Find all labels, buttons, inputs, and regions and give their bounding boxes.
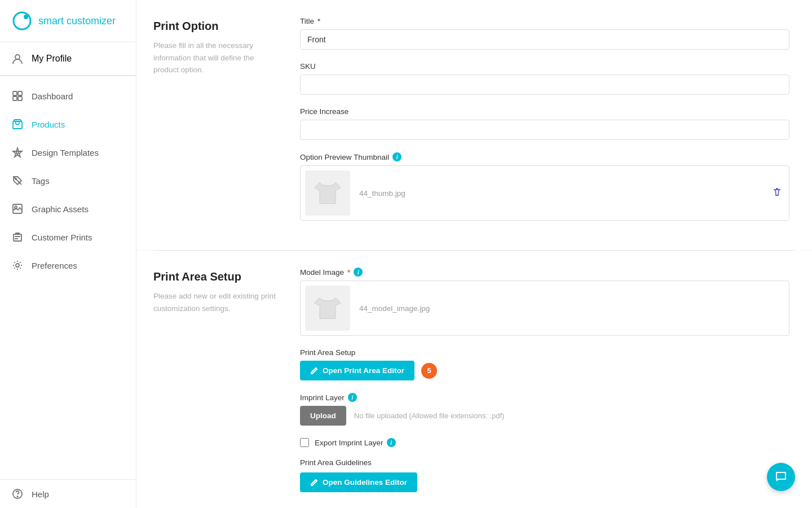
upload-hint: No file uploaded (Allowed file extension…: [354, 411, 505, 420]
sidebar: smart customizer My Profile Dashboard: [0, 0, 136, 508]
sidebar-nav: Dashboard Products Design Templates: [0, 76, 136, 479]
thumbnail-preview: [305, 170, 350, 216]
imprint-layer-info-icon[interactable]: i: [348, 393, 357, 402]
model-image-field-group: Model Image * i 44_model_image.jpg: [300, 268, 789, 336]
model-image-area: 44_model_image.jpg: [300, 281, 789, 336]
tags-icon: [11, 174, 24, 187]
products-icon: [11, 118, 24, 130]
sidebar-item-graphic-assets[interactable]: Graphic Assets: [0, 195, 136, 223]
sidebar-item-dashboard[interactable]: Dashboard: [0, 82, 136, 110]
imprint-layer-field-group: Imprint Layer i Upload No file uploaded …: [300, 393, 789, 426]
model-image-filename: 44_model_image.jpg: [359, 304, 430, 313]
model-image-info-icon[interactable]: i: [354, 268, 363, 277]
sku-field-group: SKU: [300, 62, 789, 95]
graphic-assets-icon: [11, 203, 24, 215]
sku-input[interactable]: [300, 75, 789, 95]
sidebar-item-customer-prints[interactable]: Customer Prints: [0, 223, 136, 251]
print-area-title: Print Area Setup: [153, 270, 277, 283]
preferences-label: Preferences: [32, 261, 77, 270]
print-option-info: Print Option Please fill in all the nece…: [153, 17, 277, 233]
title-input[interactable]: [300, 29, 789, 50]
print-area-info: Print Area Setup Please add new or edit …: [153, 268, 277, 505]
export-imprint-label: Export Imprint Layer i: [315, 438, 396, 447]
print-area-section: Print Area Setup Please add new or edit …: [136, 251, 812, 508]
help-label: Help: [32, 489, 49, 499]
print-area-setup-label: Print Area Setup: [300, 348, 789, 357]
thumbnail-info-icon[interactable]: i: [392, 152, 401, 161]
thumbnail-filename: 44_thumb.jpg: [359, 189, 761, 198]
sidebar-item-preferences[interactable]: Preferences: [0, 251, 136, 279]
sidebar-item-tags[interactable]: Tags: [0, 167, 136, 195]
print-area-btn-row: Open Print Area Editor 5: [300, 361, 789, 380]
preferences-icon: [11, 259, 24, 271]
svg-point-9: [15, 178, 16, 179]
svg-rect-6: [18, 97, 22, 100]
graphic-assets-label: Graphic Assets: [32, 204, 89, 214]
chat-button[interactable]: [767, 463, 795, 491]
design-templates-label: Design Templates: [32, 148, 99, 157]
dashboard-label: Dashboard: [32, 91, 73, 101]
sidebar-item-help[interactable]: Help: [0, 479, 136, 508]
print-option-title: Print Option: [153, 20, 277, 33]
svg-rect-5: [13, 97, 17, 100]
sidebar-item-profile[interactable]: My Profile: [0, 42, 136, 76]
print-area-setup-field-group: Print Area Setup Open Print Area Editor …: [300, 348, 789, 380]
main-content: Print Option Please fill in all the nece…: [136, 0, 812, 508]
svg-point-17: [17, 496, 17, 497]
tshirt-model-image: [312, 292, 343, 324]
svg-point-15: [16, 264, 19, 267]
export-imprint-info-icon[interactable]: i: [387, 438, 396, 447]
export-imprint-checkbox[interactable]: [300, 438, 309, 447]
svg-rect-3: [13, 91, 17, 95]
model-image-preview: [305, 286, 350, 331]
products-label: Products: [32, 120, 65, 129]
title-label: Title *: [300, 17, 789, 25]
upload-button[interactable]: Upload: [300, 406, 346, 426]
tshirt-thumbnail-image: [312, 177, 343, 209]
help-icon: [11, 488, 24, 500]
print-area-desc: Please add new or edit existing print cu…: [153, 290, 277, 314]
print-area-count-badge: 5: [421, 363, 437, 379]
model-image-label: Model Image * i: [300, 268, 789, 277]
sidebar-item-design-templates[interactable]: Design Templates: [0, 138, 136, 167]
svg-point-2: [15, 55, 20, 59]
svg-point-0: [14, 12, 30, 29]
title-field-group: Title *: [300, 17, 789, 50]
pencil-guidelines-icon: [310, 479, 318, 487]
guidelines-field-group: Print Area Guidelines Open Guidelines Ed…: [300, 458, 789, 492]
profile-icon: [11, 52, 24, 65]
sku-label: SKU: [300, 62, 789, 71]
open-guidelines-editor-button[interactable]: Open Guidelines Editor: [300, 472, 417, 492]
customer-prints-label: Customer Prints: [32, 233, 92, 242]
svg-point-1: [24, 15, 28, 19]
thumbnail-area: 44_thumb.jpg: [300, 165, 789, 221]
svg-rect-12: [14, 234, 21, 241]
customer-prints-icon: [11, 231, 24, 243]
profile-label: My Profile: [32, 54, 72, 64]
print-option-fields: Title * SKU Price Increase: [300, 17, 789, 233]
logo-area: smart customizer: [0, 0, 136, 42]
print-area-fields: Model Image * i 44_model_image.jpg: [300, 268, 789, 505]
svg-rect-13: [15, 236, 20, 237]
thumbnail-label: Option Preview Thumbnail i: [300, 152, 789, 161]
price-increase-input[interactable]: [300, 120, 789, 140]
pencil-icon: [310, 367, 318, 375]
model-image-required: *: [347, 268, 350, 277]
thumbnail-delete-button[interactable]: [770, 185, 784, 202]
open-print-area-editor-button[interactable]: Open Print Area Editor: [300, 361, 414, 380]
sidebar-item-products[interactable]: Products: [0, 110, 136, 138]
guidelines-label: Print Area Guidelines: [300, 458, 789, 467]
price-increase-label: Price Increase: [300, 107, 789, 116]
chat-icon: [775, 471, 787, 483]
logo-icon: [11, 10, 33, 32]
logo-text: smart customizer: [38, 15, 116, 27]
thumbnail-field-group: Option Preview Thumbnail i 44_thumb.jpg: [300, 152, 789, 221]
tags-label: Tags: [32, 176, 50, 186]
upload-row: Upload No file uploaded (Allowed file ex…: [300, 406, 789, 426]
price-increase-field-group: Price Increase: [300, 107, 789, 140]
print-option-desc: Please fill in all the necessary informa…: [153, 40, 277, 76]
print-option-section: Print Option Please fill in all the nece…: [136, 0, 812, 250]
svg-rect-4: [18, 91, 22, 95]
export-imprint-row: Export Imprint Layer i: [300, 438, 789, 447]
design-templates-icon: [11, 146, 24, 159]
